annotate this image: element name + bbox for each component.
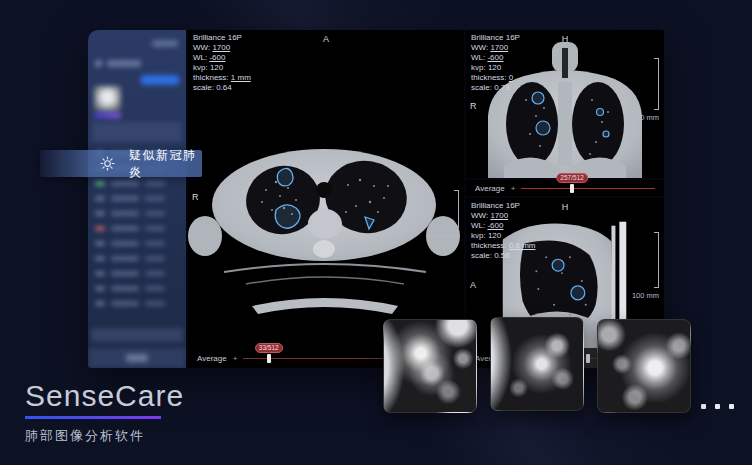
scale-ruler: 100 mm (432, 190, 459, 240)
ellipsis-dot (715, 404, 720, 409)
slider-handle[interactable] (570, 184, 574, 193)
device-name: Brilliance 16P (471, 201, 535, 211)
series-slider-strip: Average + 257/512 (466, 180, 664, 196)
slice-index-badge: 33/512 (255, 343, 283, 353)
brand-underline (25, 416, 161, 419)
scan-param: WL: -600 (471, 221, 535, 231)
axial-viewport[interactable]: Brilliance 16PWW: 1700WL: -600kvp: 120th… (188, 30, 464, 368)
sidebar-title-row (95, 60, 141, 67)
series-progress-bar (94, 113, 121, 118)
lesion-patch-2[interactable] (490, 317, 584, 411)
scan-param: WL: -600 (193, 53, 251, 63)
sidebar-skeleton-row (92, 251, 182, 266)
ruler-bracket (654, 58, 659, 110)
scan-param: thickness: 0.6 mm (471, 241, 535, 251)
desktop-background: Brilliance 16PWW: 1700WL: -600kvp: 120th… (0, 0, 752, 465)
orientation-marker-left: R (192, 192, 199, 202)
lesion-patch-1[interactable] (383, 319, 477, 413)
sidebar-selected-row (91, 328, 183, 342)
sidebar-skeleton-row (92, 206, 182, 221)
sidebar (88, 30, 186, 368)
sagittal-meta-overlay: Brilliance 16PWW: 1700WL: -600kvp: 120th… (471, 201, 535, 261)
sidebar-skeleton-row (92, 191, 182, 206)
brand-block: SenseCare 肺部图像分析软件 (25, 379, 184, 445)
sidebar-skeleton-row (92, 281, 182, 296)
coronal-viewport[interactable]: Brilliance 16PWW: 1700WL: -600kvp: 120th… (466, 30, 664, 178)
scan-param: WW: 1700 (193, 43, 251, 53)
orientation-marker-top: H (562, 34, 569, 44)
orientation-marker-left: R (470, 101, 477, 111)
slider-mode-label[interactable]: Average (197, 354, 227, 363)
slice-index-badge: 257/512 (556, 173, 588, 183)
brand-subtitle: 肺部图像分析软件 (25, 427, 184, 445)
sidebar-skeleton-row (92, 221, 182, 236)
ai-finding-label: 疑似新冠肺炎 (129, 147, 202, 181)
slider-step-icon[interactable]: + (511, 184, 516, 193)
scan-param: scale: 0.56 (471, 251, 535, 261)
lesion-contour (603, 131, 609, 137)
sidebar-content (88, 30, 186, 368)
scan-param: scale: 0.73 (471, 83, 520, 93)
scan-param: thickness: 1 mm (193, 73, 251, 83)
lesion-patch-3[interactable] (597, 319, 691, 413)
gear-icon (100, 156, 115, 171)
slider-mode-label[interactable]: Average (475, 184, 505, 193)
lesion-contour (597, 109, 604, 116)
sidebar-skeleton-row (92, 296, 182, 311)
scan-param: thickness: 0 (471, 73, 520, 83)
sidebar-info-panel (92, 122, 182, 142)
lesion-contour (277, 168, 293, 185)
sidebar-header-pill (152, 40, 178, 47)
scan-param: scale: 0.64 (193, 83, 251, 93)
slider-handle[interactable] (267, 354, 271, 363)
scan-param: kvp: 120 (193, 63, 251, 73)
scale-ruler: 60 mm (636, 58, 659, 122)
sidebar-action-button[interactable] (141, 75, 179, 85)
lesion-contour (552, 259, 564, 271)
sidebar-skeleton-row (92, 266, 182, 281)
ruler-bracket (654, 232, 659, 288)
series-scroll-slider: Average + 257/512 (466, 180, 664, 196)
sidebar-footer-button[interactable] (126, 354, 148, 362)
lesion-contour (571, 286, 585, 300)
slider-handle[interactable] (586, 354, 590, 363)
ruler-label: 100 mm (432, 231, 459, 240)
patient-name-skeleton (107, 60, 141, 67)
orientation-marker-top: H (562, 202, 569, 212)
scan-param: WW: 1700 (471, 43, 520, 53)
scan-param: kvp: 120 (471, 63, 520, 73)
sidebar-footer (88, 348, 186, 368)
scan-param: WL: -600 (471, 53, 520, 63)
scan-param: WW: 1700 (471, 211, 535, 221)
slider-track[interactable]: 257/512 (521, 188, 655, 189)
patient-icon (95, 60, 102, 67)
ellipsis-dot (729, 404, 734, 409)
coronal-meta-overlay: Brilliance 16PWW: 1700WL: -600kvp: 120th… (471, 33, 520, 93)
brand-title: SenseCare (25, 379, 184, 413)
more-menu[interactable] (701, 404, 734, 409)
slider-step-icon[interactable]: + (233, 354, 238, 363)
device-name: Brilliance 16P (193, 33, 251, 43)
ai-finding-tooltip[interactable]: 疑似新冠肺炎 (40, 150, 202, 177)
lesion-contour (275, 205, 300, 228)
orientation-marker-top: A (323, 34, 329, 44)
ruler-label: 100 mm (632, 291, 659, 300)
ruler-bracket (454, 190, 459, 228)
sidebar-skeleton-row (92, 236, 182, 251)
series-thumbnail[interactable] (94, 86, 121, 111)
ruler-label: 60 mm (636, 113, 659, 122)
lesion-contour (536, 121, 550, 135)
axial-meta-overlay: Brilliance 16PWW: 1700WL: -600kvp: 120th… (193, 33, 251, 93)
device-name: Brilliance 16P (471, 33, 520, 43)
scan-param: kvp: 120 (471, 231, 535, 241)
scale-ruler: 100 mm (632, 232, 659, 300)
lesion-contour (532, 92, 544, 104)
ellipsis-dot (701, 404, 706, 409)
orientation-marker-left: A (470, 280, 476, 290)
